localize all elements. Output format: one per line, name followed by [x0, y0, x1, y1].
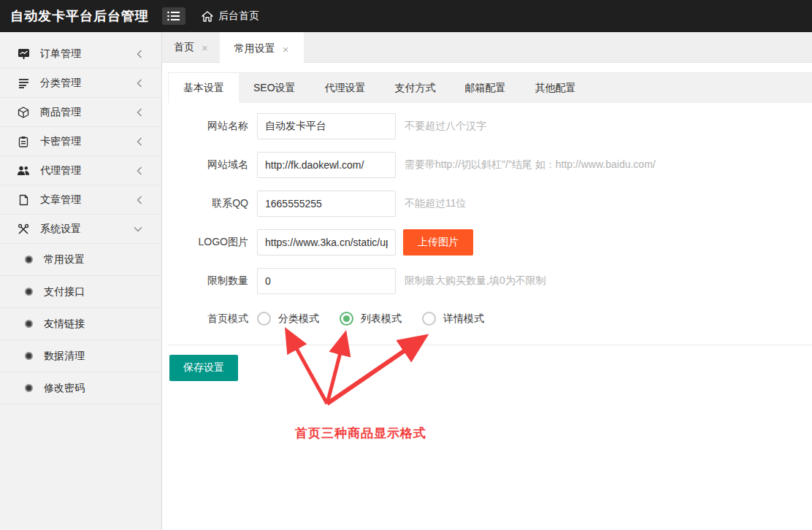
form-row-logo: LOGO图片 上传图片: [168, 229, 812, 256]
logo-label: LOGO图片: [168, 236, 257, 249]
tab-email-config[interactable]: 邮箱配置: [451, 73, 521, 103]
window-tab-home[interactable]: 首页 ×: [162, 32, 220, 63]
form-row-site-domain: 网站域名 需要带http://切以斜杠"/"结尾 如：http://www.ba…: [168, 152, 812, 178]
radio-circle-icon: [422, 312, 436, 326]
sidebar-item-agents[interactable]: 代理管理: [0, 156, 161, 185]
sidebar-subitem-payment-api[interactable]: 支付接口: [0, 276, 161, 308]
bullet-icon: [25, 256, 33, 264]
home-icon: [202, 11, 213, 22]
contact-qq-hint: 不能超过11位: [405, 197, 467, 210]
sidebar-subitem-friend-links[interactable]: 友情链接: [0, 308, 161, 340]
form-row-contact-qq: 联系QQ 不能超过11位: [168, 191, 812, 217]
app-title: 自动发卡平台后台管理: [0, 7, 162, 25]
save-settings-button[interactable]: 保存设置: [169, 355, 238, 381]
home-mode-label: 首页模式: [168, 312, 257, 326]
radio-circle-icon: [340, 312, 353, 326]
bullet-icon: [25, 352, 33, 360]
backend-home-link[interactable]: 后台首页: [202, 9, 259, 23]
window-tab-common-settings[interactable]: 常用设置 ×: [220, 32, 304, 66]
chevron-left-icon: [137, 196, 142, 204]
window-tab-bar: 首页 × 常用设置 ×: [162, 32, 812, 63]
bullet-icon: [25, 384, 33, 392]
sidebar-item-articles[interactable]: 文章管理: [0, 185, 161, 215]
site-domain-label: 网站域名: [168, 158, 257, 172]
sidebar-subitem-data-cleanup[interactable]: 数据清理: [0, 340, 161, 372]
form-row-limit-quantity: 限制数量 限制最大购买数量,填0为不限制: [168, 268, 812, 294]
chevron-left-icon: [137, 79, 142, 88]
site-domain-hint: 需要带http://切以斜杠"/"结尾 如：http://www.baidu.c…: [405, 158, 656, 172]
annotation-text: 首页三种商品显示格式: [295, 425, 426, 442]
window-tab-label: 首页: [174, 41, 194, 54]
backend-home-label: 后台首页: [218, 9, 259, 23]
bullet-icon: [25, 320, 33, 328]
sidebar-item-products[interactable]: 商品管理: [0, 98, 161, 127]
users-icon: [16, 166, 31, 176]
sidebar-item-categories[interactable]: 分类管理: [0, 69, 161, 98]
contact-qq-label: 联系QQ: [168, 197, 257, 210]
tab-payment-methods[interactable]: 支付方式: [380, 73, 451, 103]
close-icon[interactable]: ×: [283, 43, 289, 55]
close-icon[interactable]: ×: [202, 42, 208, 54]
limit-quantity-input[interactable]: [257, 268, 396, 294]
radio-detail-mode[interactable]: 详情模式: [422, 312, 484, 326]
sidebar-item-orders[interactable]: 订单管理: [0, 39, 161, 69]
radio-list-mode[interactable]: 列表模式: [340, 312, 402, 326]
upload-image-button[interactable]: 上传图片: [403, 229, 473, 256]
tab-basic-settings[interactable]: 基本设置: [169, 73, 239, 103]
chevron-down-icon: [134, 226, 142, 232]
product-cube-icon: [16, 107, 31, 118]
category-lines-icon: [16, 78, 31, 88]
sidebar-subitem-label: 常用设置: [44, 253, 85, 266]
tab-agent-settings[interactable]: 代理设置: [310, 73, 380, 103]
sidebar-item-card-keys[interactable]: 卡密管理: [0, 127, 161, 156]
sidebar-item-label: 文章管理: [40, 193, 81, 207]
form-row-site-name: 网站名称 不要超过八个汉字: [168, 113, 812, 139]
list-menu-icon: [167, 11, 180, 21]
sidebar-subitem-label: 友情链接: [44, 318, 85, 331]
topbar: 自动发卡平台后台管理 后台首页: [0, 0, 812, 32]
sidebar-item-label: 卡密管理: [40, 135, 81, 148]
sidebar-item-label: 商品管理: [40, 106, 81, 119]
chevron-left-icon: [137, 50, 142, 58]
sidebar-subitem-change-password[interactable]: 修改密码: [0, 372, 161, 404]
site-domain-input[interactable]: [257, 152, 396, 178]
sidebar-item-system-settings[interactable]: 系统设置: [0, 215, 161, 244]
sidebar: 订单管理 分类管理 商品管理 卡密管理: [0, 32, 162, 530]
site-name-label: 网站名称: [168, 120, 257, 133]
document-icon: [16, 194, 31, 206]
main-content: 首页 × 常用设置 × 基本设置 SEO设置 代理设置 支付方式 邮箱配置 其他…: [162, 32, 812, 530]
home-mode-radio-group: 分类模式 列表模式 详情模式: [257, 312, 505, 326]
tab-other-config[interactable]: 其他配置: [521, 73, 591, 103]
sidebar-subitem-label: 修改密码: [44, 382, 85, 395]
site-name-input[interactable]: [257, 113, 396, 139]
sidebar-item-label: 系统设置: [40, 223, 81, 236]
limit-quantity-hint: 限制最大购买数量,填0为不限制: [405, 274, 546, 288]
bullet-icon: [25, 288, 33, 296]
chevron-left-icon: [137, 137, 142, 146]
tab-seo-settings[interactable]: SEO设置: [239, 73, 310, 103]
radio-option-label: 分类模式: [278, 312, 319, 326]
clipboard-icon: [16, 136, 31, 147]
sidebar-subitem-label: 数据清理: [44, 350, 85, 363]
settings-tab-bar: 基本设置 SEO设置 代理设置 支付方式 邮箱配置 其他配置: [168, 72, 812, 103]
radio-option-label: 列表模式: [361, 312, 402, 326]
radio-option-label: 详情模式: [443, 312, 484, 326]
sidebar-subitem-common-settings[interactable]: 常用设置: [0, 244, 161, 276]
radio-circle-icon: [257, 312, 271, 326]
chevron-left-icon: [137, 166, 142, 175]
radio-category-mode[interactable]: 分类模式: [257, 312, 319, 326]
order-chart-icon: [16, 48, 31, 59]
logo-url-input[interactable]: [257, 229, 396, 256]
chevron-left-icon: [137, 108, 142, 117]
limit-quantity-label: 限制数量: [168, 274, 257, 288]
form-row-home-mode: 首页模式 分类模式 列表模式 详情模式: [168, 312, 812, 326]
basic-settings-form: 网站名称 不要超过八个汉字 网站域名 需要带http://切以斜杠"/"结尾 如…: [168, 113, 812, 345]
sidebar-item-label: 分类管理: [40, 77, 81, 90]
sidebar-subitem-label: 支付接口: [44, 285, 85, 299]
contact-qq-input[interactable]: [257, 191, 396, 217]
site-name-hint: 不要超过八个汉字: [405, 120, 486, 133]
sidebar-item-label: 订单管理: [40, 47, 81, 61]
sidebar-item-label: 代理管理: [40, 164, 81, 177]
window-tab-label: 常用设置: [234, 42, 275, 55]
collapse-menu-button[interactable]: [162, 7, 185, 25]
